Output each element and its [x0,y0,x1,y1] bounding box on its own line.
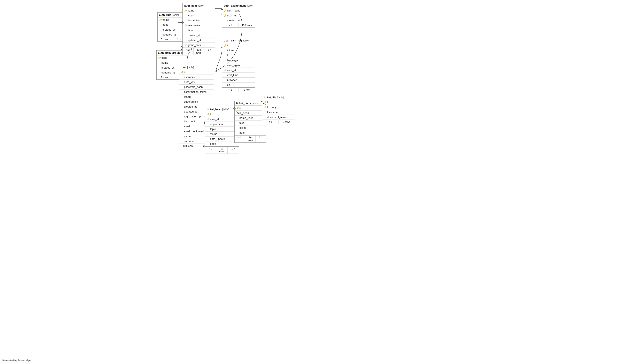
table-row: 🔑 superadmin [179,99,214,104]
table-auth-item-header: auth_item[table] [183,3,215,8]
table-row: 🔑 description [183,18,215,23]
key-icon: 🔑 [159,19,162,21]
table-row: 🔑 name [158,17,186,22]
table-row: 🔑 status [179,94,214,99]
table-row: 🔑 name [183,8,215,13]
key-icon: 🔑 [224,10,226,12]
table-row: 🔑 browser [222,78,255,82]
fk-icon: 🔑 [184,24,187,26]
table-row: 🔑 department [205,122,239,127]
table-auth-assignment-header: auth_assignment[table] [222,3,255,8]
svg-point-20 [215,70,217,72]
table-row: 🔑 auth_key [179,80,214,85]
table-row: 🔑 data [183,28,215,33]
table-row: 🔑 document_name [262,115,295,120]
table-ticket-head: ticket_head[table] 🔑 id 🔑 user_id 🔑 depa… [205,107,239,154]
key-icon: 🔑 [181,71,183,73]
table-row: 🔑 data [158,22,186,27]
table-row: 🔑 group_code [183,43,215,48]
fk-icon: 🔑 [224,69,226,71]
table-row: 🔑 id [179,70,214,75]
fk-icon: 🔑 [236,112,239,114]
table-auth-item: auth_item[table] 🔑 name 🔑 type 🔑 descrip… [182,3,215,55]
table-row: 🔑 visit_time [222,73,255,78]
fk-icon: 🔑 [184,44,187,46]
footer-text: Generated by SchemaSpy [2,359,31,362]
table-row: 🔑 name_user [235,116,266,120]
table-footer: < 1 0 rows [262,120,295,124]
table-row: 🔑 user_agent [222,63,255,68]
table-row: 🔑 password_hash [179,85,214,90]
table-row: 🔑 date [235,130,266,135]
table-row: 🔑 username [179,75,214,80]
table-row: 🔑 user_id [222,68,255,73]
table-row: 🔑 id_body [262,105,295,110]
table-row: 🔑 date_update [205,137,239,142]
table-auth-rule: auth_rule[table] 🔑 name 🔑 data 🔑 created… [157,12,186,42]
table-row: 🔑 language [222,58,255,63]
fk-icon: 🔑 [264,106,266,108]
key-icon: 🔑 [184,10,187,12]
table-row: 🔑 id [235,106,266,111]
table-user-header: user[table] [179,65,214,70]
table-row: 🔑 page [205,142,239,146]
table-row: 🔑 fileName [262,110,295,115]
table-footer: < 1 12 rows 1 > [205,146,239,154]
table-row: 🔑 created_at [222,18,255,23]
table-row: 🔑 ip [222,53,255,58]
table-row: 🔑 confirmation_token [179,90,214,94]
table-row: 🔑 code [157,55,189,60]
table-row: 🔑 text [235,120,266,125]
diagram-container: auth_rule[table] 🔑 name 🔑 data 🔑 created… [154,0,463,182]
table-row: 🔑 updated_at [158,32,186,37]
table-ticket-body: ticket_body[table] 🔑 id 🔑 id_head 🔑 name… [234,101,266,143]
table-row: 🔑 token [222,48,255,53]
key-icon: 🔑 [236,107,239,109]
key-icon: 🔑 [224,14,226,17]
table-row: 🔑 type [183,13,215,18]
table-row: 🔑 client [235,125,266,130]
table-auth-rule-header: auth_rule[table] [158,13,186,17]
table-row: 🔑 user_id [222,13,255,18]
table-footer: 0 rows 1 > [158,37,186,41]
table-auth-assignment: auth_assignment[table] 🔑 item_name 🔑 use… [222,3,255,27]
table-row: 🔑 item_name [222,8,255,13]
table-footer: < 2 138 rows 1 > [183,48,215,55]
table-user-visit-log: user_visit_log[table] 🔑 id 🔑 token 🔑 ip … [222,38,255,92]
key-icon: 🔑 [224,44,226,47]
table-footer: < 2 198 rows [222,23,255,27]
table-ticket-body-header: ticket_body[table] [235,101,266,106]
table-row: 🔑 id [222,43,255,48]
table-footer: < 1 16 rows 1 > [235,135,266,143]
key-icon: 🔑 [207,113,209,115]
table-row: 🔑 created_at [183,33,215,38]
table-row: 🔑 updated_at [183,38,215,43]
table-row: 🔑 id [262,100,295,105]
table-row: 🔑 user_id [205,117,239,122]
table-user-visit-log-header: user_visit_log[table] [222,38,255,43]
svg-point-3 [181,46,182,48]
table-row: 🔑 created_at [158,27,186,32]
table-footer: < 1 1 row [222,88,255,92]
table-ticket-file-header: ticket_file[table] [262,95,295,100]
key-icon: 🔑 [264,101,266,104]
table-row: 🔑 topic [205,127,239,132]
table-row: 🔑 id [205,112,239,117]
table-row: 🔑 rule_name [183,23,215,28]
table-row: 🔑 os [222,82,255,88]
table-row: 🔑 id_head [235,111,266,116]
table-row: 🔑 status [205,132,239,137]
key-icon: 🔑 [158,57,161,59]
table-ticket-file: ticket_file[table] 🔑 id 🔑 id_body 🔑 file… [262,95,295,124]
table-ticket-head-header: ticket_head[table] [205,107,239,112]
fk-icon: 🔑 [207,118,209,120]
